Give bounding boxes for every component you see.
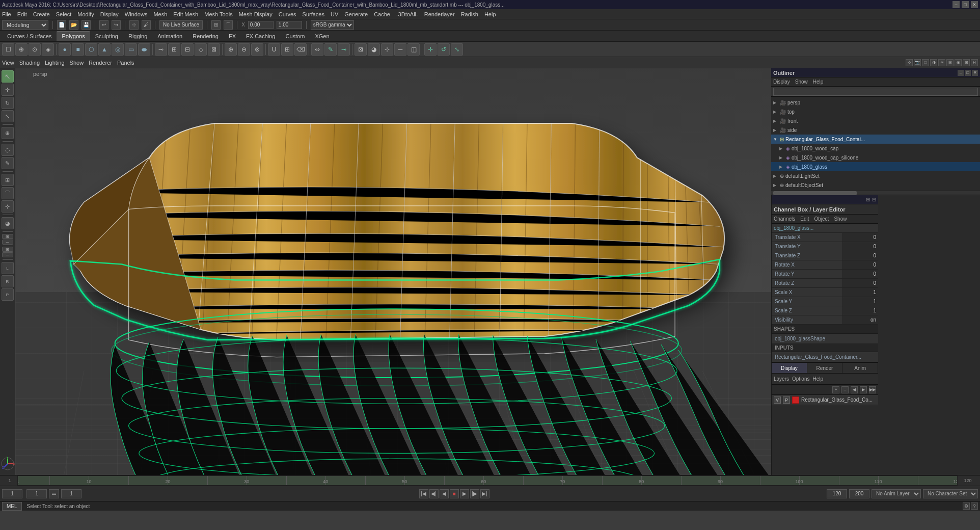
status-icon-1[interactable]: ⚙ bbox=[963, 502, 970, 510]
channel-tab-anim[interactable]: Anim bbox=[842, 363, 878, 373]
tree-item-glass[interactable]: ▶ ◈ obj_1800_glass bbox=[771, 162, 980, 171]
gamma-selector[interactable]: sRGB gamma bbox=[311, 20, 354, 30]
channel-rotate-x[interactable]: Rotate X 0 bbox=[772, 260, 878, 270]
menu-renderer[interactable]: Renderer bbox=[89, 60, 112, 66]
separate-btn[interactable]: ⊖ bbox=[238, 43, 250, 56]
smooth-shade-btn[interactable]: ◕ bbox=[368, 43, 380, 56]
outliner-search-input[interactable] bbox=[773, 88, 978, 96]
torus-btn[interactable]: ◎ bbox=[112, 43, 124, 56]
open-file-btn[interactable]: 📂 bbox=[69, 20, 78, 30]
channel-value-ty[interactable]: 0 bbox=[842, 242, 878, 251]
channel-translate-x[interactable]: Translate X 0 bbox=[772, 233, 878, 242]
edge-btn[interactable]: ─ bbox=[394, 43, 406, 56]
no-char-set-select[interactable]: No Character Set bbox=[923, 489, 978, 498]
tree-item-silicone[interactable]: ▶ ◈ obj_1800_wood_cap_silicone bbox=[771, 153, 980, 162]
menu-radish[interactable]: Radish bbox=[461, 11, 478, 17]
menu-surfaces[interactable]: Surfaces bbox=[303, 11, 324, 17]
menu-mesh-display[interactable]: Mesh Display bbox=[239, 11, 273, 17]
channel-value-rx[interactable]: 0 bbox=[842, 260, 878, 269]
minimize-btn[interactable]: – bbox=[952, 1, 960, 8]
menu-windows[interactable]: Windows bbox=[125, 11, 148, 17]
mel-tab[interactable]: MEL bbox=[2, 502, 22, 511]
bevel-btn[interactable]: ◇ bbox=[195, 43, 207, 56]
channel-value-vis[interactable]: on bbox=[842, 315, 878, 324]
universal-manip[interactable]: ⊕ bbox=[2, 127, 14, 139]
outliner-scrollbar[interactable] bbox=[771, 191, 980, 195]
channel-value-sy[interactable]: 1 bbox=[842, 297, 878, 306]
tab-xgen[interactable]: XGen bbox=[310, 32, 334, 41]
layer-prev-btn[interactable]: ◀ bbox=[851, 386, 858, 393]
channel-value-rz[interactable]: 0 bbox=[842, 279, 878, 287]
status-icon-2[interactable]: ? bbox=[971, 502, 978, 510]
undo-btn[interactable]: ↩ bbox=[99, 20, 108, 30]
boolean-btn[interactable]: ⊗ bbox=[251, 43, 263, 56]
pass-contribution[interactable]: P bbox=[2, 288, 14, 301]
channel-menu-show[interactable]: Show bbox=[834, 216, 847, 222]
play-fwd-btn[interactable]: ▶ bbox=[460, 489, 469, 498]
shading-btn[interactable]: ◑ bbox=[930, 59, 937, 66]
select-lasso-btn[interactable]: ⊙ bbox=[29, 43, 41, 56]
snap-grid[interactable]: ⊞ bbox=[2, 174, 14, 186]
cube-btn[interactable]: ■ bbox=[72, 43, 84, 56]
outliner-menu-help[interactable]: Help bbox=[813, 79, 824, 85]
icon-small-4[interactable]: ─ bbox=[2, 252, 13, 257]
grid-btn[interactable]: ⊞ bbox=[963, 59, 970, 66]
resolution-btn[interactable]: ⊞ bbox=[946, 59, 954, 66]
channel-menu-channels[interactable]: Channels bbox=[774, 216, 795, 222]
channel-shapes-value[interactable]: obj_1800_glassShape bbox=[772, 334, 878, 344]
camera-btn[interactable]: 📷 bbox=[914, 59, 921, 66]
select-tool[interactable]: ↖ bbox=[2, 70, 14, 83]
channel-tab-render[interactable]: Render bbox=[807, 363, 843, 373]
menu-modify[interactable]: Modify bbox=[77, 11, 94, 17]
channel-menu-object[interactable]: Object bbox=[814, 216, 829, 222]
no-live-surface-btn[interactable]: No Live Surface bbox=[159, 20, 203, 30]
menu-panels[interactable]: Panels bbox=[117, 60, 134, 66]
menu-renderlayer[interactable]: Renderlayer bbox=[424, 11, 455, 17]
snap-curve-btn[interactable]: ⌒ bbox=[224, 20, 233, 30]
menu-shading[interactable]: Shading bbox=[19, 60, 40, 66]
new-file-btn[interactable]: 📄 bbox=[57, 20, 66, 30]
menu-edit-mesh[interactable]: Edit Mesh bbox=[173, 11, 198, 17]
uv-planar-btn[interactable]: ⊞ bbox=[281, 43, 293, 56]
tab-animation[interactable]: Animation bbox=[152, 32, 187, 41]
save-file-btn[interactable]: 💾 bbox=[81, 20, 91, 30]
light-btn[interactable]: ☀ bbox=[938, 59, 945, 66]
menu-create[interactable]: Create bbox=[33, 11, 50, 17]
channel-value-sx[interactable]: 1 bbox=[842, 288, 878, 297]
layer-del-btn[interactable]: – bbox=[841, 386, 849, 393]
bridge-btn[interactable]: ⊟ bbox=[181, 43, 194, 56]
channel-scale-y[interactable]: Scale Y 1 bbox=[772, 297, 878, 306]
scale-tool[interactable]: ⤡ bbox=[2, 110, 14, 122]
rotate-tool-btn[interactable]: ↺ bbox=[438, 43, 450, 56]
skip-fwd-btn[interactable]: ▶| bbox=[480, 489, 489, 498]
window-controls[interactable]: – □ ✕ bbox=[952, 1, 978, 8]
layer-playback-box[interactable]: P bbox=[783, 396, 790, 404]
range-current-input[interactable] bbox=[61, 489, 81, 498]
rotate-tool[interactable]: ↻ bbox=[2, 97, 14, 109]
snap-point[interactable]: ⊹ bbox=[2, 200, 14, 213]
channel-rotate-z[interactable]: Rotate Z 0 bbox=[772, 279, 878, 288]
hud-btn[interactable]: H bbox=[971, 59, 978, 66]
tab-sculpting[interactable]: Sculpting bbox=[90, 32, 123, 41]
scale-tool-btn[interactable]: ⤡ bbox=[451, 43, 463, 56]
outliner-maximize[interactable]: □ bbox=[965, 70, 971, 76]
paint-btn[interactable]: 🖌 bbox=[142, 20, 151, 30]
redo-btn[interactable]: ↪ bbox=[112, 20, 121, 30]
step-fwd-btn[interactable]: |▶ bbox=[470, 489, 479, 498]
display-mode-btn[interactable]: □ bbox=[922, 59, 929, 66]
lasso-select[interactable]: ◌ bbox=[2, 144, 14, 156]
uv-editor-btn[interactable]: U bbox=[268, 43, 280, 56]
split-poly-btn[interactable]: ⊠ bbox=[208, 43, 220, 56]
channel-scale-x[interactable]: Scale X 1 bbox=[772, 288, 878, 297]
select-by-object-btn[interactable]: ☐ bbox=[2, 43, 14, 56]
menu-mesh-tools[interactable]: Mesh Tools bbox=[204, 11, 232, 17]
move-tool[interactable]: ✛ bbox=[2, 84, 14, 96]
uv-cylindrical-btn[interactable]: ⌫ bbox=[294, 43, 307, 56]
menu-file[interactable]: File bbox=[2, 11, 11, 17]
channel-value-sz[interactable]: 1 bbox=[842, 306, 878, 315]
channel-value-ry[interactable]: 0 bbox=[842, 270, 878, 278]
outliner-controls[interactable]: – □ ✕ bbox=[958, 70, 978, 76]
menu-show[interactable]: Show bbox=[70, 60, 84, 66]
channel-visibility[interactable]: Visibility on bbox=[772, 315, 878, 325]
layer-menu-layers[interactable]: Layers bbox=[774, 376, 789, 382]
